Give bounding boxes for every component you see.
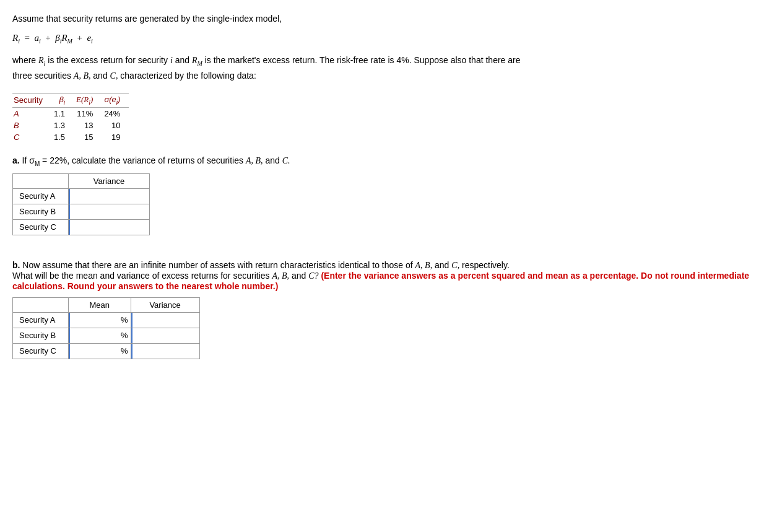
- part-b-security-a-mean-cell: %: [69, 312, 131, 328]
- table-row: A 1.1 11% 24%: [12, 107, 129, 120]
- col-er: E(Ri): [74, 94, 102, 108]
- part-a-security-c-cell: [69, 219, 150, 235]
- part-b-security-c-mean-input[interactable]: [69, 344, 118, 359]
- part-b-security-b-mean-input[interactable]: [69, 328, 118, 343]
- part-b-variance-header: Variance: [131, 297, 199, 312]
- part-b-label: b. Now assume that there are an infinite…: [12, 260, 752, 291]
- row-b-er: 13: [74, 120, 102, 131]
- row-a-security: A: [12, 107, 51, 120]
- table-row: B 1.3 13 10: [12, 120, 129, 131]
- part-b-security-a-mean-input[interactable]: [69, 313, 118, 328]
- part-a-security-a-input[interactable]: [69, 189, 149, 204]
- table-row: Security B %: [13, 328, 200, 343]
- part-a-corner: [13, 173, 69, 188]
- col-sigma: σ(ei): [102, 94, 129, 108]
- data-table: Security βi E(Ri) σ(ei) A 1.1 11% 24% B …: [12, 93, 129, 143]
- intro-line1: Assume that security returns are generat…: [12, 12, 752, 25]
- row-b-security: B: [12, 120, 51, 131]
- part-b-security-a-label: Security A: [13, 312, 69, 328]
- part-b-pct-a: %: [118, 315, 131, 325]
- part-b-mean-header: Mean: [69, 297, 131, 312]
- part-a-security-b-input[interactable]: [69, 204, 149, 219]
- part-b-security-c-mean-cell: %: [69, 343, 131, 359]
- part-a-security-a-cell: [69, 188, 150, 204]
- formula-display: Ri = ai + βiRM + ei: [12, 33, 752, 45]
- part-a-security-c-input[interactable]: [69, 220, 149, 235]
- table-row: Security A: [13, 188, 150, 204]
- part-b-pct-b: %: [118, 331, 131, 340]
- table-row: C 1.5 15 19: [12, 131, 129, 143]
- part-b-security-b-var-input[interactable]: [131, 328, 199, 343]
- part-b-corner: [13, 297, 69, 312]
- part-a-label: a. If σM = 22%, calculate the variance o…: [12, 155, 752, 167]
- part-b-security-c-label: Security C: [13, 343, 69, 359]
- row-c-er: 15: [74, 131, 102, 143]
- table-row: Security A %: [13, 312, 200, 328]
- part-a-variance-header: Variance: [69, 173, 150, 188]
- table-row: Security C %: [13, 343, 200, 359]
- part-b-security-a-var-input[interactable]: [131, 313, 199, 328]
- part-b-security-b-var-cell: [131, 328, 199, 343]
- col-beta: βi: [51, 94, 74, 108]
- row-b-beta: 1.3: [51, 120, 74, 131]
- col-security: Security: [12, 94, 51, 108]
- table-row: Security B: [13, 204, 150, 219]
- row-a-beta: 1.1: [51, 107, 74, 120]
- part-b-security-b-mean-cell: %: [69, 328, 131, 343]
- row-c-beta: 1.5: [51, 131, 74, 143]
- part-b-security-a-var-cell: [131, 312, 199, 328]
- part-a-security-b-label: Security B: [13, 204, 69, 219]
- row-b-sigma: 10: [102, 120, 129, 131]
- table-row: Security C: [13, 219, 150, 235]
- part-a-security-a-label: Security A: [13, 188, 69, 204]
- part-b-security-c-var-cell: [131, 343, 199, 359]
- part-a-table: Variance Security A Security B Security …: [12, 173, 150, 235]
- part-b-table: Mean Variance Security A % Security B: [12, 297, 200, 359]
- row-c-sigma: 19: [102, 131, 129, 143]
- part-b-pct-c: %: [118, 346, 131, 355]
- part-b-security-c-var-input[interactable]: [131, 344, 199, 359]
- part-a-security-b-cell: [69, 204, 150, 219]
- row-c-security: C: [12, 131, 51, 143]
- row-a-sigma: 24%: [102, 107, 129, 120]
- part-a-security-c-label: Security C: [13, 219, 69, 235]
- description-text: where Ri is the excess return for securi…: [12, 53, 752, 83]
- part-b-security-b-label: Security B: [13, 328, 69, 343]
- row-a-er: 11%: [74, 107, 102, 120]
